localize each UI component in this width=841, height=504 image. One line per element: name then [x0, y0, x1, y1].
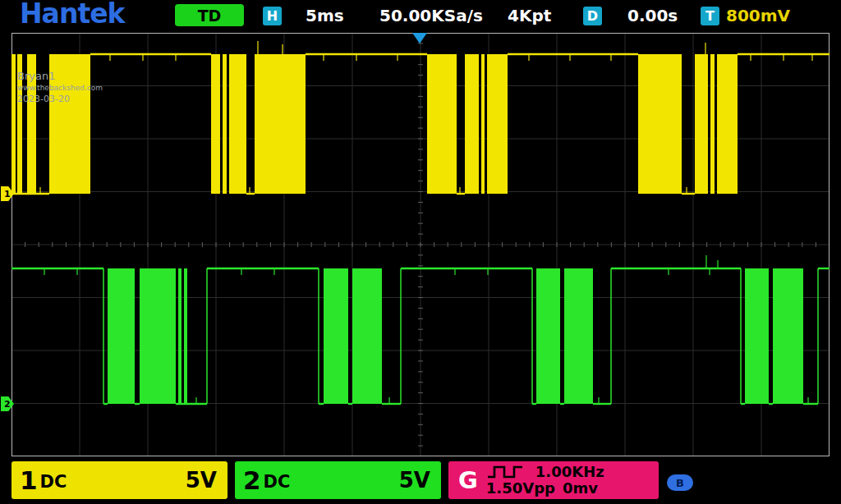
channel1-scale: 5V: [186, 468, 217, 493]
battery-indicator-icon: B: [667, 474, 693, 491]
waveform-traces: [11, 33, 830, 456]
channel1-info-box: 1 DC 5V: [11, 461, 227, 499]
channel2-number: 2: [243, 465, 261, 495]
memory-depth-value: 4Kpt: [508, 6, 551, 25]
generator-info-box: G 1.00KHz 1.50Vpp 0mv: [448, 461, 659, 499]
oscilloscope-screen: Hantek TD H 5ms 50.00KSa/s 4Kpt D 0.00s …: [0, 0, 841, 504]
trigger-status-badge: TD: [175, 4, 244, 26]
trigger-badge-icon: T: [701, 7, 719, 25]
watermark-username: Bryan1: [17, 70, 103, 84]
trigger-position-marker-icon: [412, 33, 427, 44]
timebase-value: 5ms: [306, 6, 344, 25]
channel2-scale: 5V: [399, 468, 430, 493]
delay-badge-icon: D: [583, 7, 602, 25]
watermark: Bryan1 www.thebackshed.com 2023-03-20: [17, 70, 103, 105]
watermark-website: www.thebackshed.com: [17, 84, 103, 94]
watermark-date: 2023-03-20: [17, 94, 103, 105]
channel1-coupling: DC: [40, 472, 67, 492]
horizontal-delay-value: 0.00s: [627, 6, 678, 25]
horizontal-badge-icon: H: [263, 7, 282, 25]
square-wave-icon: [486, 464, 524, 480]
sample-rate-value: 50.00KSa/s: [379, 6, 483, 25]
generator-offset: 0mv: [563, 480, 598, 497]
channel2-coupling: DC: [264, 472, 291, 492]
waveform-display-area: Bryan1 www.thebackshed.com 2023-03-20 1 …: [11, 33, 830, 456]
hantek-logo: Hantek: [20, 0, 124, 30]
generator-frequency: 1.00KHz: [535, 464, 604, 480]
bottom-info-bar: 1 DC 5V 2 DC 5V G 1.00KHz 1.50Vpp 0mv: [0, 460, 841, 504]
generator-label: G: [458, 466, 478, 494]
top-status-bar: Hantek TD H 5ms 50.00KSa/s 4Kpt D 0.00s …: [0, 0, 841, 31]
generator-details: 1.00KHz 1.50Vpp 0mv: [486, 464, 604, 497]
trigger-level-value: 800mV: [726, 6, 790, 25]
generator-amplitude: 1.50Vpp: [486, 480, 555, 497]
channel2-info-box: 2 DC 5V: [235, 461, 441, 499]
channel1-number: 1: [20, 465, 38, 495]
